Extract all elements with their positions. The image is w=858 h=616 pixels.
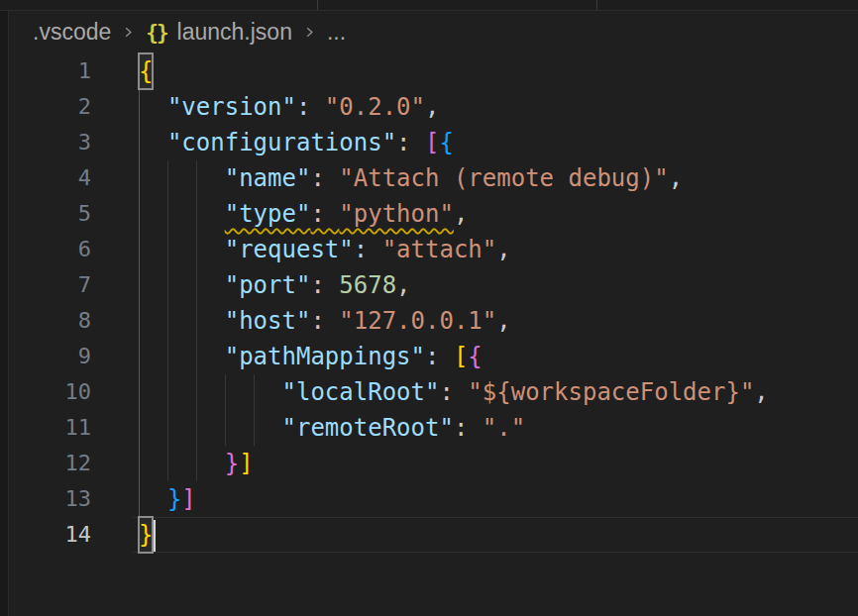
text-cursor: [154, 520, 156, 552]
token: "0.2.0": [325, 93, 425, 121]
token: ,: [425, 93, 439, 121]
code-text: "configurations": [{: [91, 125, 858, 160]
code-text: "remoteRoot": ".": [91, 410, 858, 446]
code-text: "host": "127.0.0.1",: [91, 303, 858, 339]
code-text: {: [91, 53, 858, 89]
vscode-window: .vscode {} launch.json ... 1{2 "version"…: [0, 0, 858, 616]
token: "127.0.0.1": [339, 307, 496, 335]
breadcrumb-file[interactable]: launch.json: [177, 19, 292, 46]
matched-bracket: {: [139, 53, 153, 89]
token: :: [354, 236, 382, 263]
line-number: 6: [9, 232, 91, 267]
code-text: }]: [91, 481, 858, 517]
code-text: }]: [91, 446, 858, 481]
token: {: [439, 129, 453, 156]
code-line[interactable]: 2 "version": "0.2.0",: [9, 89, 858, 125]
code-line[interactable]: 8 "host": "127.0.0.1",: [9, 303, 858, 339]
token: }: [225, 450, 239, 477]
line-number: 7: [9, 267, 91, 303]
line-number: 10: [9, 374, 91, 410]
token: "Attach (remote debug)": [339, 164, 668, 192]
token: }: [167, 485, 181, 513]
token: "pathMappings": [225, 343, 425, 370]
token: {: [468, 343, 482, 370]
token: ,: [496, 307, 510, 335]
code-text: "version": "0.2.0",: [91, 89, 858, 125]
token: "name": [225, 164, 311, 192]
line-number: 9: [9, 339, 91, 374]
code-line[interactable]: 12 }]: [9, 446, 858, 481]
token: 5678: [339, 271, 396, 299]
token: ,: [754, 378, 768, 406]
warning-squiggle: "type": "python": [225, 200, 454, 228]
code-text: "type": "python",: [91, 196, 858, 232]
code-text: "request": "attach",: [91, 232, 858, 267]
token: :: [425, 343, 454, 370]
breadcrumb: .vscode {} launch.json ...: [9, 11, 858, 53]
token: [: [425, 129, 439, 156]
code-line[interactable]: 6 "request": "attach",: [9, 232, 858, 267]
token: "version": [167, 93, 296, 121]
code-text: "localRoot": "${workspaceFolder}",: [91, 374, 858, 410]
token: ,: [454, 200, 468, 228]
token: :: [310, 307, 339, 335]
token: :: [439, 378, 468, 406]
token: :: [310, 200, 339, 228]
tab-bar-strip: [0, 0, 858, 11]
code-line[interactable]: 4 "name": "Attach (remote debug)",: [9, 160, 858, 196]
line-number: 13: [9, 481, 91, 517]
editor-pane: .vscode {} launch.json ... 1{2 "version"…: [9, 11, 858, 616]
code-text: "pathMappings": [{: [91, 339, 858, 374]
line-number: 11: [9, 410, 91, 446]
token: :: [310, 164, 339, 192]
token: [: [454, 343, 468, 370]
token: "localRoot": [282, 378, 440, 406]
code-line[interactable]: 7 "port": 5678,: [9, 267, 858, 303]
tab-separator: [596, 0, 597, 10]
token: "remoteRoot": [282, 414, 454, 442]
token: ,: [669, 164, 683, 192]
code-line[interactable]: 5 "type": "python",: [9, 196, 858, 232]
token: :: [296, 93, 325, 121]
tab-separator: [317, 0, 318, 10]
code-text: "port": 5678,: [91, 267, 858, 303]
code-line[interactable]: 10 "localRoot": "${workspaceFolder}",: [9, 374, 858, 410]
token: :: [454, 414, 483, 442]
token: ".": [483, 414, 525, 442]
line-number: 12: [9, 446, 91, 481]
matched-bracket: }: [139, 517, 153, 553]
token: "type": [225, 200, 311, 228]
code-text: "name": "Attach (remote debug)",: [91, 160, 858, 196]
line-number: 4: [9, 160, 91, 196]
token: ]: [181, 485, 195, 513]
token: ]: [239, 450, 253, 477]
code-line[interactable]: 13 }]: [9, 481, 858, 517]
breadcrumb-folder[interactable]: .vscode: [33, 19, 111, 46]
json-file-icon: {}: [146, 21, 166, 45]
code-line[interactable]: 1{: [9, 53, 858, 89]
code-line[interactable]: 3 "configurations": [{: [9, 125, 858, 160]
line-number: 8: [9, 303, 91, 339]
chevron-right-icon: [121, 25, 136, 40]
line-number: 3: [9, 125, 91, 160]
breadcrumb-symbol-ellipsis[interactable]: ...: [327, 19, 346, 46]
token: "${workspaceFolder}": [468, 378, 754, 406]
token: "python": [339, 200, 454, 228]
token: ,: [396, 271, 410, 299]
line-number: 5: [9, 196, 91, 232]
token: :: [396, 129, 425, 156]
chevron-right-icon: [302, 25, 317, 40]
code-line[interactable]: 9 "pathMappings": [{: [9, 339, 858, 374]
code-text: }: [91, 517, 858, 553]
token: ,: [496, 236, 510, 263]
line-number: 1: [9, 53, 91, 89]
line-number: 2: [9, 89, 91, 125]
code-line[interactable]: 11 "remoteRoot": ".": [9, 410, 858, 446]
token: "request": [225, 236, 354, 263]
code-line[interactable]: 14}: [9, 517, 858, 553]
token: "host": [225, 307, 311, 335]
token: "configurations": [167, 129, 396, 156]
token: "port": [225, 271, 311, 299]
token: :: [310, 271, 339, 299]
code-editor: 1{2 "version": "0.2.0",3 "configurations…: [9, 53, 858, 553]
